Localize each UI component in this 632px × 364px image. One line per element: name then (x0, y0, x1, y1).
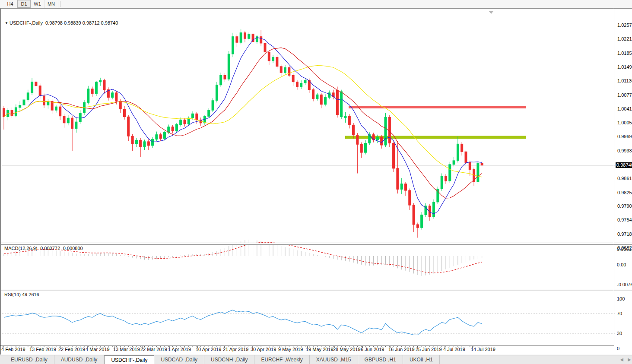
tab-eurchf-weekly[interactable]: EURCHF-,Weekly (254, 355, 309, 364)
candle-body (91, 89, 93, 94)
current-price-badge: 0.98740 (616, 162, 632, 168)
timeframe-button-d1[interactable]: D1 (17, 0, 31, 8)
ohlc-open: 0.98798 (45, 20, 63, 25)
candle-body (115, 93, 118, 101)
timeframe-button-mn[interactable]: MN (44, 0, 58, 8)
price-axis-label: 1.01850 (617, 51, 632, 56)
date-axis-label: 6 Jun 2019 (361, 347, 384, 352)
tab-ukoil-h1[interactable]: UKOil-,H1 (403, 355, 440, 364)
candle-body (409, 190, 411, 205)
rsi-line (4, 310, 482, 335)
date-axis-label: 10 Apr 2019 (196, 347, 221, 352)
candle-body (388, 117, 391, 143)
candle-body (159, 135, 162, 139)
candle-body (429, 206, 431, 217)
candle-body (425, 206, 427, 215)
candle-body (152, 139, 154, 146)
chart-dropdown-icon[interactable]: ▼ (5, 21, 8, 25)
chart-title: ▼ USDCHF-,Daily 0.98798 0.98839 0.98712 … (5, 20, 118, 25)
date-axis-label: 4 Jul 2019 (443, 347, 465, 352)
candle-body (95, 82, 97, 94)
candle-body (433, 202, 435, 217)
timeframe-button-w1[interactable]: W1 (31, 0, 44, 8)
tab-xauusd-m15[interactable]: XAUUSD-,M15 (310, 355, 358, 364)
candle-body (232, 37, 234, 54)
date-axis-label: 28 May 2019 (333, 347, 361, 352)
candle-body (119, 101, 121, 109)
candle-body (156, 135, 158, 139)
date-axis-label: 13 Mar 2019 (113, 347, 140, 352)
price-axis-label: 1.01130 (617, 78, 632, 83)
candle-body (184, 120, 186, 124)
pane-separator-macd[interactable] (1, 243, 632, 245)
date-axis-line (0, 345, 614, 345)
price-axis-label: 1.00410 (617, 106, 632, 111)
candle-body (368, 135, 371, 143)
tab-usdcnh-daily[interactable]: USDCNH-,Daily (204, 355, 254, 364)
candle-body (244, 33, 246, 38)
candle-body (328, 93, 330, 98)
tab-usdchf-daily[interactable]: USDCHF-,Daily (104, 355, 154, 364)
rsi-indicator-label: RSI(14) 49.2616 (4, 292, 39, 297)
candle-body (272, 57, 274, 61)
candle-body (473, 170, 475, 182)
rsi-axis-label-100: 100 (617, 296, 625, 301)
candle-body (164, 132, 166, 138)
candle-body (224, 76, 226, 79)
candle-body (168, 127, 170, 133)
candle-body (381, 137, 383, 145)
date-axis-label: 1 Apr 2019 (168, 347, 191, 352)
candle-body (457, 144, 459, 161)
candle-body (353, 125, 355, 135)
date-axis-label: 14 Jul 2019 (471, 347, 495, 352)
candle-body (55, 107, 57, 110)
candle-body (308, 80, 310, 90)
candle-body (320, 95, 322, 104)
timeframe-button-h4[interactable]: H4 (3, 0, 17, 8)
date-axis-label: 21 Apr 2019 (223, 347, 248, 352)
rsi-axis-label-30: 30 (617, 331, 622, 336)
tab-usdcad-daily[interactable]: USDCAD-,Daily (154, 355, 204, 364)
candle-body (449, 165, 451, 181)
tab-gbpusd-h1[interactable]: GBPUSD-,H1 (358, 355, 403, 364)
candle-body (47, 101, 49, 105)
price-axis-label: 1.00770 (617, 92, 632, 98)
resistance-line (349, 106, 526, 108)
candle-body (248, 34, 250, 38)
candle-body (445, 176, 447, 181)
candle-body (23, 100, 25, 105)
candle-body (461, 144, 463, 152)
candle-body (360, 144, 362, 152)
candle-body (124, 109, 126, 117)
date-axis-label: 9 May 2019 (278, 347, 303, 352)
candle-body (280, 66, 282, 73)
macd-axis-min: -0.0076125 (617, 282, 632, 287)
tab-eurusd-daily[interactable]: EURUSD-,Daily (4, 355, 54, 364)
candle-body (300, 83, 302, 87)
candle-body (111, 93, 114, 98)
tab-scroll-right-icon[interactable]: ▶ (626, 357, 632, 363)
chart-canvas[interactable] (1, 9, 632, 364)
candle-body (147, 142, 149, 146)
candle-body (268, 52, 270, 61)
ma-fast-line (4, 38, 482, 214)
candle-body (260, 37, 262, 43)
candle-body (87, 89, 89, 102)
candle-body (477, 163, 479, 182)
candle-body (83, 102, 86, 113)
ma-medium-line (4, 48, 482, 198)
timeframe-toolbar: H4D1W1MN (0, 0, 632, 8)
tab-audusd-daily[interactable]: AUDUSD-,Daily (54, 355, 105, 364)
date-axis-label: 30 Apr 2019 (251, 347, 276, 352)
candle-body (316, 95, 318, 98)
candle-body (292, 76, 294, 82)
pane-separator-rsi[interactable] (1, 289, 632, 291)
candle-body (212, 101, 214, 110)
candle-body (332, 93, 334, 97)
candle-body (336, 90, 338, 115)
ohlc-high: 0.98839 (64, 20, 81, 25)
macd-indicator-label: MACD(12,26,9) -0.000772 -0.000800 (4, 246, 83, 251)
candle-body (59, 107, 61, 116)
candle-body (127, 117, 130, 136)
tab-scroll-left-icon[interactable]: ◀ (619, 357, 625, 363)
